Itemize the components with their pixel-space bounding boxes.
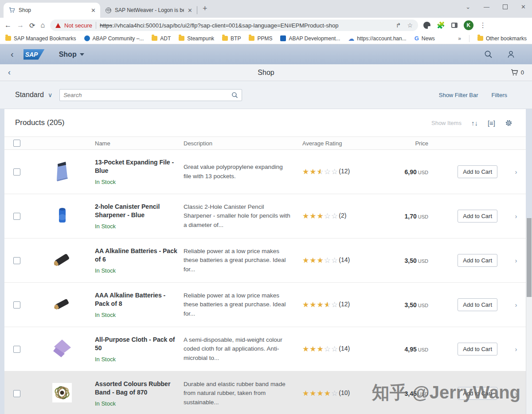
shell-back-icon[interactable]: ‹ (7, 49, 17, 59)
page-subheader: ‹ Shop 0 (0, 64, 532, 81)
table-row[interactable]: All-Purpose Cloth - Pack of 50 In Stock … (4, 327, 526, 371)
bookmark-label: ABAP Community –... (93, 35, 144, 42)
row-chevron-icon[interactable]: › (515, 257, 517, 264)
bookmarks-bar: SAP Managed BookmarksABAP Community –...… (0, 33, 532, 44)
row-checkbox[interactable] (13, 168, 20, 176)
bookmark-item[interactable]: SAP Managed Bookmarks (5, 35, 76, 42)
sap-logo[interactable]: SAP (23, 49, 45, 60)
overflow-chevrons-icon[interactable]: » (458, 35, 461, 42)
bookmark-label: https://account.han... (357, 35, 406, 42)
address-bar[interactable]: Not secure https://vhcala4hci:50001/sap/… (50, 20, 418, 31)
add-to-cart-button[interactable]: Add to Cart (458, 343, 497, 355)
row-chevron-icon[interactable]: › (515, 168, 517, 176)
bookmark-item[interactable]: ABAP Development... (280, 35, 340, 42)
profile-avatar[interactable]: K (464, 20, 473, 30)
sort-icon[interactable]: ↑↓ (471, 119, 478, 127)
show-filter-bar-link[interactable]: Show Filter Bar (439, 92, 478, 98)
row-chevron-icon[interactable]: › (515, 390, 517, 397)
search-icon[interactable] (484, 50, 493, 59)
scrollbar-thumb[interactable] (527, 218, 532, 297)
bookmark-item[interactable]: GNews (415, 35, 435, 42)
stock-status: In Stock (95, 179, 184, 185)
window-menu-icon[interactable]: ⌄ (466, 4, 470, 10)
products-panel: Products (205) Show Items ↑↓ [≡] Name De… (4, 109, 526, 414)
add-to-cart-button[interactable]: Add to Cart (458, 210, 497, 223)
product-name: Assorted Colours Rubber Band - Bag of 87… (95, 380, 184, 397)
stock-status: In Stock (95, 356, 184, 363)
forward-icon[interactable]: → (17, 21, 24, 29)
product-image (50, 380, 74, 407)
browser-menu-icon[interactable]: ⋮ (480, 21, 486, 29)
table-row[interactable]: AAA Alkaline Batteries - Pack of 8 In St… (4, 283, 526, 327)
bookmark-star-icon[interactable]: ☆ (407, 22, 413, 29)
select-all-checkbox[interactable] (13, 140, 20, 147)
row-chevron-icon[interactable]: › (515, 301, 517, 309)
row-checkbox[interactable] (13, 346, 20, 353)
show-items-button[interactable]: Show Items (431, 120, 462, 126)
product-name: 2-hole Canister Pencil Sharpener - Blue (95, 203, 184, 219)
table-row[interactable]: AA Alkaline Batteries - Pack of 6 In Sto… (4, 238, 526, 283)
scrollbar[interactable] (526, 218, 532, 414)
shell-app-title[interactable]: Shop (59, 51, 84, 59)
settings-gear-icon[interactable] (505, 119, 512, 127)
rating-count: (10) (339, 389, 350, 396)
side-panel-icon[interactable] (451, 23, 458, 28)
bookmark-item[interactable]: ☁https://account.han... (348, 35, 406, 42)
product-description: Reliable power at a low price makes thes… (184, 291, 302, 318)
search-input[interactable] (63, 92, 231, 98)
user-icon[interactable] (507, 50, 515, 59)
bookmark-item[interactable]: BTP (222, 35, 241, 42)
reload-icon[interactable]: ⟳ (29, 21, 35, 30)
product-image (50, 203, 74, 230)
share-icon[interactable]: ↱ (396, 22, 401, 29)
cart-icon (511, 69, 518, 76)
back-icon[interactable]: ← (4, 21, 12, 29)
tab-netweaver[interactable]: SAP NetWeaver - Logon is being ✕ (100, 3, 197, 18)
home-icon[interactable]: ⌂ (40, 21, 45, 29)
new-tab-button[interactable]: + (203, 4, 207, 13)
row-checkbox[interactable] (13, 213, 20, 220)
add-to-cart-button[interactable]: Add to Cart (458, 254, 497, 267)
row-chevron-icon[interactable]: › (515, 345, 517, 353)
add-to-cart-button[interactable]: Add to Cart (458, 387, 497, 400)
row-checkbox[interactable] (13, 390, 20, 397)
group-icon[interactable]: [≡] (488, 119, 495, 127)
row-chevron-icon[interactable]: › (515, 212, 517, 220)
bookmark-item[interactable]: ADT (152, 35, 171, 42)
tab-shop[interactable]: Shop ✕ (4, 3, 100, 18)
stock-status: In Stock (95, 223, 184, 230)
cart-button[interactable]: 0 (511, 69, 524, 76)
bookmark-item[interactable]: ABAP Community –... (84, 35, 144, 42)
rating-stars-icon: ★★★★☆ (302, 390, 338, 397)
extensions-puzzle-icon[interactable]: 🧩 (437, 21, 445, 29)
variant-selector[interactable]: Standard ∨ (15, 91, 52, 99)
tab-close-icon[interactable]: ✕ (91, 7, 96, 14)
row-checkbox[interactable] (13, 257, 20, 264)
table-row[interactable]: Assorted Colours Rubber Band - Bag of 87… (4, 371, 526, 414)
product-image (50, 247, 74, 274)
search-icon[interactable] (231, 92, 238, 98)
bookmark-label: Steampunk (187, 35, 214, 42)
tab-close-icon[interactable]: ✕ (188, 7, 192, 14)
filter-bar: Standard ∨ Show Filter Bar Filters (0, 81, 532, 109)
product-name: All-Purpose Cloth - Pack of 50 (95, 336, 184, 352)
filters-link[interactable]: Filters (492, 92, 507, 98)
close-icon[interactable]: ✕ (521, 4, 526, 10)
extension-icon[interactable] (423, 22, 430, 29)
chevron-down-icon: ∨ (48, 91, 52, 98)
table-row[interactable]: 13-Pocket Expanding File - Blue In Stock… (4, 150, 526, 194)
maximize-icon[interactable] (503, 4, 508, 9)
bookmark-item[interactable]: PPMS (249, 35, 272, 42)
row-checkbox[interactable] (13, 301, 20, 309)
bookmark-item[interactable]: Steampunk (179, 35, 214, 42)
other-bookmarks[interactable]: Other bookmarks (477, 35, 527, 42)
search-field[interactable] (59, 89, 242, 101)
add-to-cart-button[interactable]: Add to Cart (458, 165, 497, 178)
add-to-cart-button[interactable]: Add to Cart (458, 298, 497, 311)
minimize-icon[interactable]: — (484, 4, 489, 10)
product-name: AA Alkaline Batteries - Pack of 6 (95, 247, 184, 264)
table-row[interactable]: 2-hole Canister Pencil Sharpener - Blue … (4, 194, 526, 238)
security-label[interactable]: Not secure (64, 22, 92, 29)
url-text[interactable]: https://vhcala4hci:50001/sap/bc/ui2/flp?… (100, 22, 392, 29)
product-price: 3,50USD (387, 301, 428, 309)
